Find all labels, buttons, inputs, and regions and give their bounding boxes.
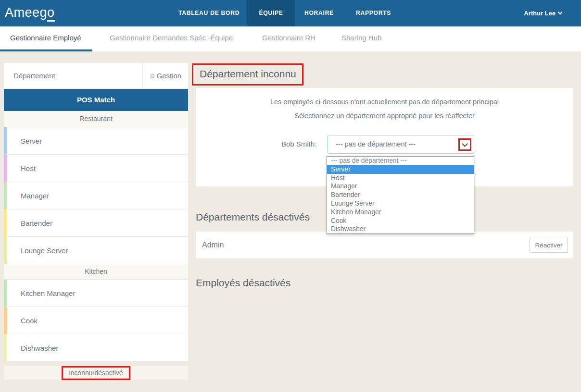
dropdown-option[interactable]: Lounge Server [327, 199, 474, 208]
sidebar-item-inconnu-desactive[interactable]: inconnu/désactivé [4, 366, 188, 380]
gear-icon: ⚙ [150, 73, 155, 80]
annotation-box-title: Département inconnu [192, 63, 303, 86]
dropdown-option[interactable]: Dishwasher [327, 225, 474, 233]
sidebar-item-dishwasher[interactable]: Dishwasher [4, 334, 188, 362]
annotation-box-inconnu: inconnu/désactivé [62, 366, 130, 380]
dropdown-option-selected[interactable]: Server [327, 165, 474, 174]
sidebar-header: Département ⚙Gestion [4, 63, 188, 88]
app-root: Ameego TABLEAU DE BORD ÉQUIPE HORAIRE RA… [0, 0, 581, 392]
logo-text: Ameeg [5, 5, 47, 20]
employee-name-label: Bob Smith: [281, 140, 316, 148]
tab-gestionnaire-rh[interactable]: Gestionnaire RH [262, 26, 316, 49]
dropdown-option[interactable]: Cook [327, 217, 474, 225]
department-select[interactable]: --- pas de département --- [327, 135, 474, 154]
pos-match-button[interactable]: POS Match [4, 89, 188, 111]
panel-instruction-line2: Sélectionnez un département approprié po… [196, 106, 573, 120]
nav-item-rapports[interactable]: RAPPORTS [356, 0, 391, 26]
disabled-department-row: Admin Réactiver [196, 232, 573, 258]
dropdown-option[interactable]: --- pas de département --- [327, 157, 474, 165]
nav-item-horaire[interactable]: HORAIRE [304, 0, 334, 26]
active-tab-underline [0, 49, 92, 51]
sidebar-title: Département [4, 63, 142, 88]
ameego-logo: Ameego [5, 5, 55, 20]
disabled-employees-title: Employés désactivés [196, 277, 290, 289]
user-name: Arthur Lee [524, 10, 556, 17]
gestion-label: Gestion [156, 72, 181, 80]
logo-text-underlined: o [47, 5, 55, 22]
annotation-box-chevron [458, 138, 471, 151]
gestion-button[interactable]: ⚙Gestion [142, 63, 188, 88]
department-dropdown-list: --- pas de département --- Server Host M… [327, 156, 474, 234]
sidebar-item-manager[interactable]: Manager [4, 182, 188, 209]
chevron-down-icon [558, 10, 563, 15]
sidebar-item-cook[interactable]: Cook [4, 307, 188, 334]
reactivate-button[interactable]: Réactiver [530, 238, 568, 253]
sidebar-item-kitchen-manager[interactable]: Kitchen Manager [4, 280, 188, 307]
dropdown-option[interactable]: Manager [327, 182, 474, 191]
chevron-down-icon[interactable] [462, 141, 468, 147]
dropdown-option[interactable]: Host [327, 174, 474, 183]
sub-tabbar: Gestionnaire Employé Gestionnaire Demand… [0, 26, 581, 51]
page-title: Département inconnu [200, 68, 296, 80]
disabled-department-name: Admin [202, 241, 530, 249]
panel-instruction-line1: Les employés ci-dessous n'ont actuelleme… [196, 88, 573, 106]
sidebar-item-lounge-server[interactable]: Lounge Server [4, 237, 188, 264]
department-sidebar: Département ⚙Gestion POS Match Restauran… [4, 63, 188, 380]
dropdown-option[interactable]: Bartender [327, 191, 474, 199]
select-value: --- pas de département --- [336, 140, 416, 148]
tab-sharing-hub[interactable]: Sharing Hub [341, 26, 381, 49]
section-header-restaurant: Restaurant [4, 111, 188, 127]
sidebar-item-host[interactable]: Host [4, 155, 188, 182]
tab-gestionnaire-employe[interactable]: Gestionnaire Employé [10, 26, 81, 49]
user-menu[interactable]: Arthur Lee [524, 0, 562, 26]
sidebar-item-bartender[interactable]: Bartender [4, 209, 188, 237]
nav-item-equipe[interactable]: ÉQUIPE [247, 0, 295, 26]
disabled-departments-title: Départements désactivés [196, 211, 310, 223]
dropdown-option[interactable]: Kitchen Manager [327, 208, 474, 217]
sidebar-item-server[interactable]: Server [4, 127, 188, 155]
tab-gestionnaire-demandes[interactable]: Gestionnaire Demandes Spéc.-Équipe [110, 26, 233, 49]
top-navbar: Ameego TABLEAU DE BORD ÉQUIPE HORAIRE RA… [0, 0, 581, 26]
nav-item-tableau-de-bord[interactable]: TABLEAU DE BORD [178, 0, 240, 26]
section-header-kitchen: Kitchen [4, 264, 188, 280]
